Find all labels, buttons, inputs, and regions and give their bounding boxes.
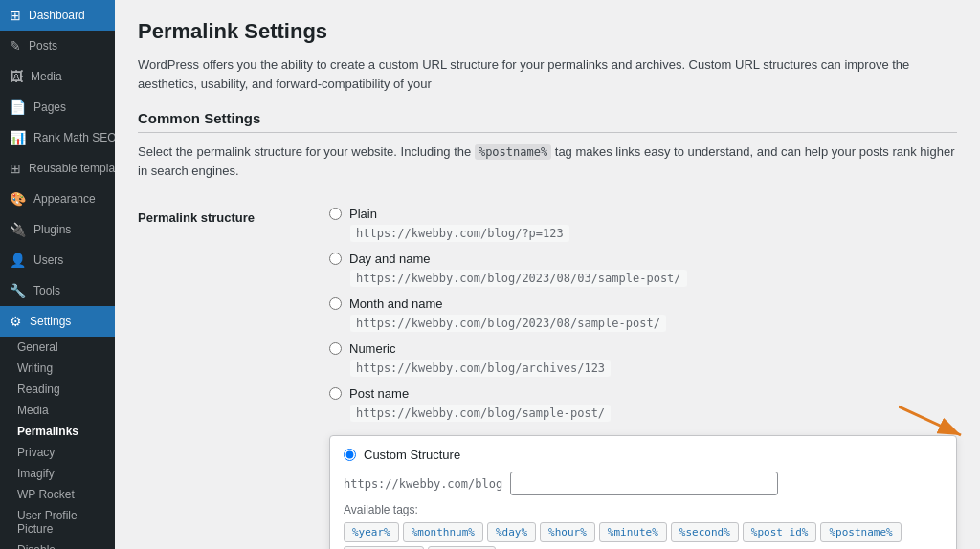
sidebar-item-media[interactable]: 🖼 Media [0, 61, 115, 92]
radio-numeric[interactable]: Numeric [329, 341, 957, 356]
reusable-icon: ⊞ [10, 161, 21, 176]
available-tags-label: Available tags: [344, 503, 943, 516]
radio-post-name-input[interactable] [329, 387, 342, 400]
sidebar: ⊞ Dashboard ✎ Posts 🖼 Media 📄 Pages 📊 Ra… [0, 0, 115, 549]
sidebar-item-appearance[interactable]: 🎨 Appearance [0, 184, 115, 214]
radio-month-name-label: Month and name [349, 296, 443, 311]
sidebar-item-posts[interactable]: ✎ Posts [0, 31, 115, 61]
sidebar-item-tools[interactable]: 🔧 Tools [0, 275, 115, 306]
permalink-structure-options: Plain https://kwebby.com/blog/?p=123 Day… [329, 195, 957, 549]
settings-table: Permalink structure Plain https://kwebby… [138, 195, 957, 549]
appearance-icon: 🎨 [10, 191, 26, 207]
tag-button-year[interactable]: %year% [344, 522, 399, 542]
radio-custom-structure[interactable]: Custom Structure [344, 448, 943, 462]
sidebar-sub-reading[interactable]: Reading [0, 379, 115, 400]
sidebar-item-pages[interactable]: 📄 Pages [0, 92, 115, 122]
sidebar-item-rank-math[interactable]: 📊 Rank Math SEO [0, 122, 115, 153]
url-day-name: https://kwebby.com/blog/2023/08/03/sampl… [350, 270, 687, 287]
settings-icon: ⚙ [10, 314, 22, 329]
tags-row: %year%%monthnum%%day%%hour%%minute%%seco… [344, 522, 943, 549]
radio-post-name-label: Post name [349, 386, 409, 401]
tag-button-day[interactable]: %day% [487, 522, 536, 542]
sidebar-sub-permalinks[interactable]: Permalinks [0, 421, 115, 442]
dashboard-icon: ⊞ [10, 8, 21, 23]
radio-custom-label: Custom Structure [364, 448, 460, 462]
radio-day-name-label: Day and name [349, 252, 431, 266]
url-numeric: https://kwebby.com/blog/archives/123 [350, 360, 611, 377]
common-settings-title: Common Settings [138, 110, 957, 133]
tag-button-second[interactable]: %second% [671, 522, 739, 542]
radio-plain-input[interactable] [329, 208, 342, 220]
radio-month-name-input[interactable] [329, 297, 342, 310]
sidebar-sub-imagify[interactable]: Imagify [0, 463, 115, 484]
sidebar-item-settings[interactable]: ⚙ Settings [0, 306, 115, 337]
tag-button-monthnum[interactable]: %monthnum% [403, 522, 483, 542]
rank-math-icon: 📊 [10, 130, 26, 145]
sidebar-sub-disable-comments[interactable]: Disable Comments [0, 539, 115, 549]
custom-structure-text-input[interactable] [510, 472, 778, 495]
radio-plain-label: Plain [349, 207, 377, 221]
radio-custom-input[interactable] [344, 449, 356, 461]
radio-month-name[interactable]: Month and name [329, 296, 957, 311]
radio-plain[interactable]: Plain [329, 207, 957, 221]
sidebar-sub-writing[interactable]: Writing [0, 358, 115, 379]
svg-line-1 [899, 406, 961, 435]
permalink-structure-label: Permalink structure [138, 195, 329, 549]
radio-day-name[interactable]: Day and name [329, 252, 957, 266]
tag-button-postname[interactable]: %postname% [820, 522, 901, 542]
tag-button-minute[interactable]: %minute% [599, 522, 667, 542]
radio-post-name[interactable]: Post name [329, 386, 957, 401]
sidebar-sub-privacy[interactable]: Privacy [0, 442, 115, 463]
radio-numeric-label: Numeric [349, 341, 395, 356]
radio-numeric-input[interactable] [329, 342, 342, 355]
custom-structure-box: Custom Structure https://kwebby.com/blog… [329, 435, 957, 549]
url-post-name: https://kwebby.com/blog/sample-post/ [350, 405, 611, 422]
sidebar-item-users[interactable]: 👤 Users [0, 245, 115, 275]
plugins-icon: 🔌 [10, 222, 26, 237]
url-plain: https://kwebby.com/blog/?p=123 [350, 225, 569, 242]
sidebar-item-reusable-templates[interactable]: ⊞ Reusable templates [0, 153, 115, 184]
radio-day-name-input[interactable] [329, 253, 342, 265]
tag-button-hour[interactable]: %hour% [540, 522, 595, 542]
sidebar-sub-media[interactable]: Media [0, 400, 115, 421]
sidebar-sub-general[interactable]: General [0, 337, 115, 358]
users-icon: 👤 [10, 253, 26, 268]
media-icon: 🖼 [10, 69, 23, 84]
page-title: Permalink Settings [138, 19, 957, 44]
custom-url-prefix: https://kwebby.com/blog [344, 477, 502, 491]
sidebar-item-dashboard[interactable]: ⊞ Dashboard [0, 0, 115, 31]
tools-icon: 🔧 [10, 283, 26, 298]
permalink-structure-row: Permalink structure Plain https://kwebby… [138, 195, 957, 549]
section-desc: Select the permalink structure for your … [138, 143, 957, 180]
postname-tag: %postname% [475, 144, 551, 160]
pages-icon: 📄 [10, 99, 26, 115]
tag-button-post_id[interactable]: %post_id% [743, 522, 817, 542]
sidebar-sub-wp-rocket[interactable]: WP Rocket [0, 484, 115, 505]
custom-structure-input-row: https://kwebby.com/blog [344, 472, 943, 495]
url-month-name: https://kwebby.com/blog/2023/08/sample-p… [350, 315, 666, 332]
arrow-indicator [899, 402, 975, 440]
intro-text: WordPress offers you the ability to crea… [138, 55, 957, 93]
sidebar-item-plugins[interactable]: 🔌 Plugins [0, 214, 115, 245]
sidebar-sub-user-profile-picture[interactable]: User Profile Picture [0, 505, 115, 539]
main-content: Permalink Settings WordPress offers you … [115, 0, 980, 549]
posts-icon: ✎ [10, 38, 21, 54]
